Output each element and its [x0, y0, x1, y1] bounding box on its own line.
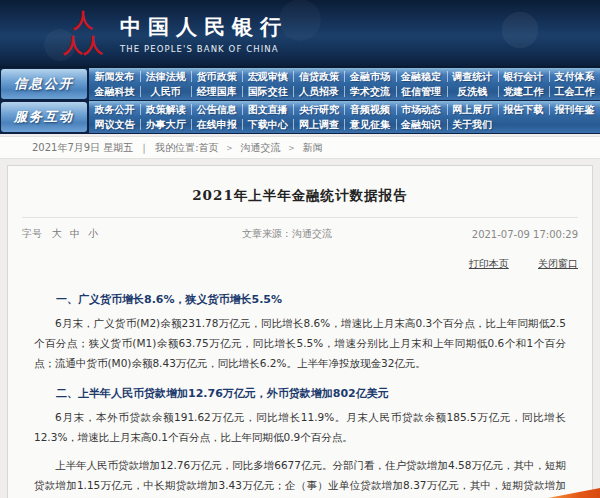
nav-item[interactable]: 法律法规: [140, 69, 191, 84]
breadcrumb-item-news[interactable]: 新闻: [303, 141, 323, 155]
nav-item[interactable]: 公告信息: [191, 102, 242, 117]
nav-item[interactable]: 宏观审慎: [242, 69, 293, 84]
nav-item[interactable]: 在线申报: [191, 117, 242, 132]
paragraph: 6月末，本外币贷款余额191.62万亿元，同比增长11.9%。月末人民币贷款余额…: [34, 407, 566, 447]
close-window-button[interactable]: 关闭窗口: [538, 258, 578, 269]
site-header: 人 人 人 中国人民银行 THE PEOPLE'S BANK OF CHINA: [0, 0, 600, 68]
main-nav: 信息公开 新闻发布法律法规货币政策宏观审慎信贷政策金融市场金融稳定调查统计银行会…: [0, 68, 600, 134]
font-size-button[interactable]: 中: [70, 228, 80, 239]
breadcrumb-arrow-icon: ＞: [287, 141, 297, 155]
nav-row: 新闻发布法律法规货币政策宏观审慎信贷政策金融市场金融稳定调查统计银行会计支付体系: [89, 69, 600, 84]
bank-name-cn: 中国人民银行: [120, 13, 288, 41]
nav-item[interactable]: 报告下载: [498, 102, 549, 117]
nav-item[interactable]: 反洗钱: [447, 84, 498, 99]
nav-item[interactable]: 网上调查: [293, 117, 344, 132]
font-size-label: 字号: [22, 227, 42, 241]
font-size-button[interactable]: 小: [88, 228, 98, 239]
font-size-button[interactable]: 大: [52, 228, 62, 239]
nav-item[interactable]: 政策解读: [140, 102, 191, 117]
pboc-page: 人 人 人 中国人民银行 THE PEOPLE'S BANK OF CHINA …: [0, 0, 600, 498]
bank-name-en: THE PEOPLE'S BANK OF CHINA: [120, 44, 288, 54]
nav-item[interactable]: 政务公开: [89, 102, 140, 117]
nav-item[interactable]: 金融科技: [89, 84, 140, 99]
nav-item[interactable]: 支付体系: [549, 69, 600, 84]
nav-item[interactable]: 报刊年鉴: [549, 102, 600, 117]
nav-item[interactable]: 图文直播: [242, 102, 293, 117]
nav-row: 政务公开政策解读公告信息图文直播央行研究音频视频市场动态网上展厅报告下载报刊年鉴: [89, 102, 600, 117]
nav-item[interactable]: 信贷政策: [293, 69, 344, 84]
section-heading-1: 一、广义货币增长8.6%，狭义货币增长5.5%: [34, 292, 566, 307]
nav-section-info: 信息公开 新闻发布法律法规货币政策宏观审慎信贷政策金融市场金融稳定调查统计银行会…: [0, 68, 600, 101]
nav-rows: 新闻发布法律法规货币政策宏观审慎信贷政策金融市场金融稳定调查统计银行会计支付体系…: [89, 68, 600, 100]
nav-item[interactable]: 办事大厅: [140, 117, 191, 132]
brand[interactable]: 人 人 人 中国人民银行 THE PEOPLE'S BANK OF CHINA: [62, 10, 288, 56]
nav-item[interactable]: 学术交流: [344, 84, 395, 99]
nav-item[interactable]: 金融市场: [344, 69, 395, 84]
paragraph: 上半年人民币贷款增加12.76万亿元，同比多增6677亿元。分部门看，住户贷款增…: [34, 455, 566, 498]
breadcrumb-item-communication[interactable]: 沟通交流: [241, 141, 281, 155]
nav-item[interactable]: 人员招录: [293, 84, 344, 99]
nav-item[interactable]: 网上展厅: [447, 102, 498, 117]
nav-rows: 政务公开政策解读公告信息图文直播央行研究音频视频市场动态网上展厅报告下载报刊年鉴…: [89, 101, 600, 133]
nav-item[interactable]: 下载中心: [242, 117, 293, 132]
font-size-links: 大中小: [48, 227, 102, 241]
breadcrumb-divider: ｜: [139, 141, 149, 155]
nav-item[interactable]: 金融稳定: [396, 69, 447, 84]
current-date: 2021年7月9日 星期五: [32, 141, 133, 155]
nav-item[interactable]: 新闻发布: [89, 69, 140, 84]
nav-item[interactable]: 央行研究: [293, 102, 344, 117]
print-page-button[interactable]: 打印本页: [469, 258, 509, 269]
nav-item[interactable]: 经理国库: [191, 84, 242, 99]
nav-item[interactable]: 党建工作: [498, 84, 549, 99]
nav-item[interactable]: 国际交往: [242, 84, 293, 99]
nav-item[interactable]: 网议文告: [89, 117, 140, 132]
paragraph: 6月末，广义货币(M2)余额231.78万亿元，同比增长8.6%，增速比上月末高…: [34, 313, 566, 373]
nav-label-service-interaction[interactable]: 服务互动: [1, 102, 87, 132]
nav-item[interactable]: 关于我们: [447, 117, 498, 132]
nav-label-info-disclosure[interactable]: 信息公开: [1, 69, 87, 99]
nav-item[interactable]: 征信管理: [396, 84, 447, 99]
nav-item[interactable]: 人民币: [140, 84, 191, 99]
article-panel: 2021年上半年金融统计数据报告 字号 大中小 文章来源：沟通交流 2021-0…: [7, 165, 593, 498]
section-heading-2: 二、上半年人民币贷款增加12.76万亿元，外币贷款增加802亿美元: [34, 386, 566, 401]
nav-item[interactable]: 音频视频: [344, 102, 395, 117]
nav-item[interactable]: 货币政策: [191, 69, 242, 84]
article-meta: 字号 大中小 文章来源：沟通交流 2021-07-09 17:00:29: [22, 217, 578, 241]
svg-text:人: 人: [72, 10, 94, 32]
nav-row: 网议文告办事大厅在线申报下载中心网上调查意见征集金融知识关于我们: [89, 117, 600, 132]
nav-item[interactable]: 市场动态: [396, 102, 447, 117]
nav-item[interactable]: 意见征集: [344, 117, 395, 132]
page-title: 2021年上半年金融统计数据报告: [8, 187, 592, 205]
article-source: 文章来源：沟通交流: [242, 227, 332, 241]
brand-text: 中国人民银行 THE PEOPLE'S BANK OF CHINA: [120, 13, 288, 54]
svg-text:人: 人: [82, 33, 104, 56]
article-actions: 打印本页 关闭窗口: [8, 257, 578, 271]
nav-item[interactable]: 银行会计: [498, 69, 549, 84]
nav-item[interactable]: 金融知识: [396, 117, 447, 132]
breadcrumb: 2021年7月9日 星期五 ｜ 我的位置:首页 ＞ 沟通交流 ＞ 新闻: [0, 136, 600, 159]
svg-text:人: 人: [62, 33, 84, 56]
article-body: 一、广义货币增长8.6%，狭义货币增长5.5% 6月末，广义货币(M2)余额23…: [8, 271, 592, 498]
nav-item[interactable]: 工会工作: [549, 84, 600, 99]
breadcrumb-arrow-icon: ＞: [225, 141, 235, 155]
article-timestamp: 2021-07-09 17:00:29: [472, 229, 578, 240]
nav-item[interactable]: 调查统计: [447, 69, 498, 84]
font-size-controls: 字号 大中小: [22, 227, 102, 241]
pboc-logo-icon: 人 人 人: [62, 10, 104, 56]
nav-section-service: 服务互动 政务公开政策解读公告信息图文直播央行研究音频视频市场动态网上展厅报告下…: [0, 101, 600, 134]
breadcrumb-location-home[interactable]: 我的位置:首页: [155, 141, 218, 155]
nav-row: 金融科技人民币经理国库国际交往人员招录学术交流征信管理反洗钱党建工作工会工作: [89, 84, 600, 99]
